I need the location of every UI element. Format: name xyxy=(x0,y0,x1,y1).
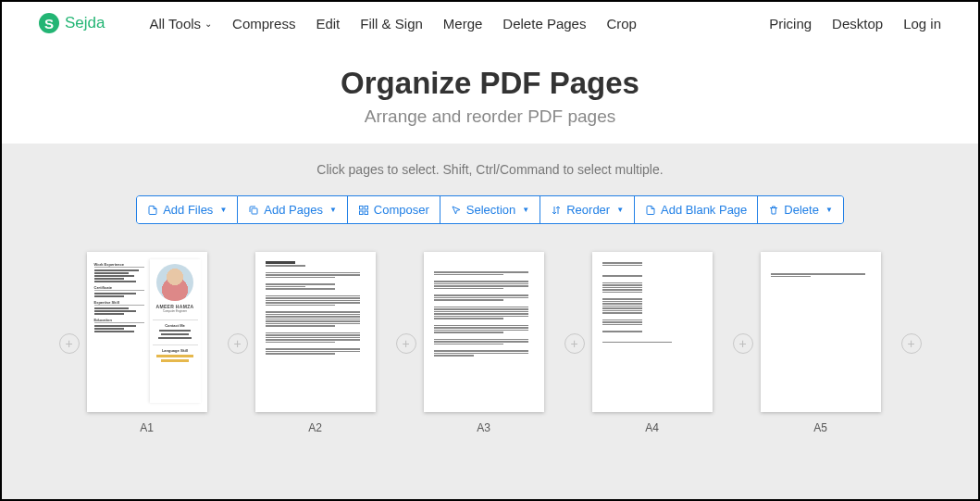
logo-badge: S xyxy=(39,13,59,33)
hint-text: Click pages to select. Shift, Ctrl/Comma… xyxy=(2,162,978,177)
nav-fill-sign[interactable]: Fill & Sign xyxy=(360,16,423,31)
nav-pricing[interactable]: Pricing xyxy=(769,16,812,31)
nav-log-in[interactable]: Log in xyxy=(903,16,941,31)
nav-left: All Tools Compress Edit Fill & Sign Merg… xyxy=(149,16,636,31)
page-label-4: A4 xyxy=(645,421,659,434)
add-pages-button[interactable]: Add Pages▼ xyxy=(238,195,348,224)
chevron-down-icon: ▼ xyxy=(825,206,833,214)
nav-right: Pricing Desktop Log in xyxy=(769,16,941,31)
brand-logo[interactable]: S Sejda xyxy=(39,13,105,33)
chevron-down-icon: ▼ xyxy=(219,206,227,214)
grid-icon xyxy=(358,205,369,216)
composer-button[interactable]: Composer xyxy=(348,195,440,224)
page-thumb-3[interactable] xyxy=(424,252,544,412)
brand-name: Sejda xyxy=(65,14,105,32)
sort-icon xyxy=(551,205,562,216)
page-thumbnails: + Work Experience Certificate Expertise … xyxy=(2,252,978,434)
hero: Organize PDF Pages Arrange and reorder P… xyxy=(2,43,978,144)
trash-icon xyxy=(768,205,779,216)
profile-photo xyxy=(156,264,193,301)
nav-edit[interactable]: Edit xyxy=(316,16,340,31)
svg-rect-3 xyxy=(359,211,363,215)
selection-button[interactable]: Selection▼ xyxy=(440,195,540,224)
top-nav: S Sejda All Tools Compress Edit Fill & S… xyxy=(2,2,978,43)
nav-compress[interactable]: Compress xyxy=(232,16,295,31)
page-thumb-5[interactable] xyxy=(761,252,881,412)
page-thumb-2[interactable] xyxy=(255,252,376,412)
copy-icon xyxy=(248,205,259,216)
cursor-icon xyxy=(451,205,462,216)
page-label-2: A2 xyxy=(308,421,322,434)
chevron-down-icon: ▼ xyxy=(616,206,624,214)
blank-page-icon xyxy=(645,205,656,216)
work-zone: Click pages to select. Shift, Ctrl/Comma… xyxy=(2,144,978,501)
chevron-down-icon: ▼ xyxy=(329,206,337,214)
insert-slot[interactable]: + xyxy=(901,333,922,354)
insert-slot[interactable]: + xyxy=(396,333,416,354)
nav-all-tools[interactable]: All Tools xyxy=(149,16,212,31)
insert-slot[interactable]: + xyxy=(59,333,80,354)
insert-slot[interactable]: + xyxy=(564,333,585,354)
svg-rect-2 xyxy=(365,206,368,209)
reorder-button[interactable]: Reorder▼ xyxy=(540,195,635,224)
page-title: Organize PDF Pages xyxy=(2,66,978,101)
svg-rect-4 xyxy=(365,211,368,215)
insert-slot[interactable]: + xyxy=(733,333,753,354)
page-subtitle: Arrange and reorder PDF pages xyxy=(2,106,978,127)
page-label-5: A5 xyxy=(813,421,827,434)
svg-rect-0 xyxy=(252,208,257,214)
pdf-icon xyxy=(147,205,158,216)
nav-merge[interactable]: Merge xyxy=(443,16,483,31)
insert-slot[interactable]: + xyxy=(228,333,248,354)
nav-crop[interactable]: Crop xyxy=(606,16,637,31)
page-thumb-4[interactable] xyxy=(592,252,713,412)
nav-desktop[interactable]: Desktop xyxy=(832,16,883,31)
svg-rect-1 xyxy=(359,206,363,209)
add-files-button[interactable]: Add Files▼ xyxy=(136,195,238,224)
page-label-1: A1 xyxy=(140,421,154,434)
chevron-down-icon: ▼ xyxy=(522,206,529,214)
nav-delete-pages[interactable]: Delete Pages xyxy=(502,16,586,31)
page-label-3: A3 xyxy=(477,421,490,434)
page-toolbar: Add Files▼ Add Pages▼ Composer Selection… xyxy=(136,195,844,224)
delete-button[interactable]: Delete▼ xyxy=(758,195,844,224)
page-thumb-1[interactable]: Work Experience Certificate Expertise Sk… xyxy=(87,252,207,412)
add-blank-page-button[interactable]: Add Blank Page xyxy=(635,195,758,224)
